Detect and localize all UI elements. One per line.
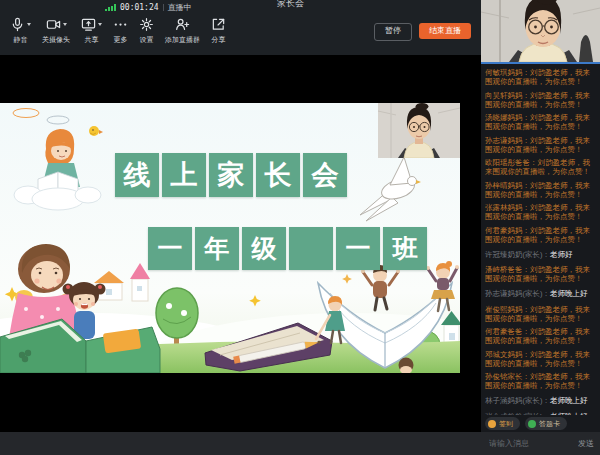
chevron-down-icon — [98, 23, 102, 26]
chat-message: 何君豪妈妈：刘韵盈老师，我来围观你的直播啦，为你点赞！ — [485, 226, 597, 244]
chevron-down-icon — [27, 23, 31, 26]
camera-icon — [46, 17, 67, 32]
title-tile-empty — [289, 227, 333, 270]
chat-message: 孙志谦妈妈(家长)：老师晚上好 — [485, 289, 597, 298]
toolbar-right: 暂停 结束直播 — [374, 13, 471, 55]
signal-bars-icon — [105, 3, 116, 11]
sign-in-button[interactable]: 签到 — [485, 417, 520, 430]
chat-text: 老师好 — [550, 250, 573, 259]
chat-sender: 何敏琪妈妈： — [485, 68, 530, 77]
chat-sender: 许冠臻奶奶(家长)： — [485, 250, 550, 259]
tool-button-more-dots[interactable]: 更多 — [113, 13, 128, 55]
title-tile: 线 — [115, 153, 159, 197]
chat-message: 林子涵妈妈(家长)：老师晚上好 — [485, 396, 597, 405]
share-icon — [211, 17, 226, 32]
answer-card-icon — [528, 420, 536, 428]
title-tile: 上 — [162, 153, 206, 197]
chat-sender: 何君豪爸爸： — [485, 327, 530, 336]
gear-icon — [139, 17, 154, 32]
chat-sender: 孙俊铭家长： — [485, 372, 530, 381]
chat-message: 汤晓娜妈妈：刘韵盈老师，我来围观你的直播啦，为你点赞！ — [485, 113, 597, 131]
chat-quick-actions: 签到 答题卡 — [481, 415, 600, 432]
chat-message: 邓城文妈妈：刘韵盈老师，我来围观你的直播啦，为你点赞！ — [485, 350, 597, 368]
title-tile: 一 — [148, 227, 192, 270]
chat-sender: 孙志谦妈妈： — [485, 136, 530, 145]
tool-button-screen-share[interactable]: 共享 — [81, 13, 102, 55]
title-tile: 家 — [209, 153, 253, 197]
stream-timer: 00:01:24 — [120, 3, 159, 12]
add-group-icon — [175, 17, 190, 32]
tool-button-label: 共享 — [85, 35, 99, 45]
title-tile: 年 — [195, 227, 239, 270]
end-live-button[interactable]: 结束直播 — [419, 23, 471, 39]
tool-button-label: 分享 — [212, 35, 226, 45]
slide: 线上家长会 一年级一班 — [0, 103, 460, 373]
chat-sender: 何君豪妈妈： — [485, 226, 530, 235]
tool-button-label: 关摄像头 — [42, 35, 70, 45]
chat-sender: 汤晓娜妈妈： — [485, 113, 530, 122]
chat-sender: 邓城文妈妈： — [485, 350, 530, 359]
chat-message: 许冠臻奶奶(家长)：老师好 — [485, 250, 597, 259]
teacher-camera-preview[interactable] — [378, 103, 460, 158]
chat-message: 孙俊铭家长：刘韵盈老师，我来围观你的直播啦，为你点赞！ — [485, 372, 597, 390]
chat-text: 老师晚上好 — [550, 396, 588, 405]
main-area: 00:01:24 直播中 家长会 静音关摄像头共享更多设置添加直播群分享 暂停 … — [0, 0, 481, 432]
divider — [163, 4, 164, 11]
camera-divider-line — [481, 62, 600, 64]
title-tile: 班 — [383, 227, 427, 270]
chat-message: 潘峙桥爸爸：刘韵盈老师，我来围观你的直播啦，为你点赞！ — [485, 265, 597, 283]
tool-button-camera[interactable]: 关摄像头 — [42, 13, 70, 55]
tool-button-share[interactable]: 分享 — [211, 13, 226, 55]
chat-message: 何君豪爸爸：刘韵盈老师，我来围观你的直播啦，为你点赞！ — [485, 327, 597, 345]
teacher-video-large — [481, 0, 600, 62]
chevron-down-icon — [63, 23, 67, 26]
chat-message: 孙梓晴妈妈：刘韵盈老师，我来围观你的直播啦，为你点赞！ — [485, 181, 597, 199]
tool-button-label: 添加直播群 — [165, 35, 200, 45]
title-tile: 长 — [256, 153, 300, 197]
tool-button-label: 设置 — [140, 35, 154, 45]
teacher-video-small — [378, 103, 460, 158]
slide-title: 线上家长会 — [115, 153, 347, 197]
tool-button-label: 静音 — [14, 35, 28, 45]
sign-in-icon — [488, 420, 496, 428]
chat-message: 张露林妈妈：刘韵盈老师，我来围观你的直播啦，为你点赞！ — [485, 203, 597, 221]
chat-sender: 欧阳瑶彤爸爸： — [485, 158, 538, 167]
chat-message: 向昊轩妈妈：刘韵盈老师，我来围观你的直播啦，为你点赞！ — [485, 91, 597, 109]
toolbar: 00:01:24 直播中 家长会 静音关摄像头共享更多设置添加直播群分享 暂停 … — [0, 0, 481, 55]
chat-message: 何敏琪妈妈：刘韵盈老师，我来围观你的直播啦，为你点赞！ — [485, 68, 597, 86]
title-tile: 会 — [303, 153, 347, 197]
chat-message: 崔俊熙妈妈：刘韵盈老师，我来围观你的直播啦，为你点赞！ — [485, 305, 597, 323]
tool-button-label: 更多 — [114, 35, 128, 45]
chat-message: 孙志谦妈妈：刘韵盈老师，我来围观你的直播啦，为你点赞！ — [485, 136, 597, 154]
message-input[interactable] — [487, 438, 574, 449]
chat-message: 欧阳瑶彤爸爸：刘韵盈老师，我来围观你的直播啦，为你点赞！ — [485, 158, 597, 176]
tool-button-add-group[interactable]: 添加直播群 — [165, 13, 200, 55]
teacher-camera-main[interactable] — [481, 0, 600, 62]
send-button[interactable]: 发送 — [578, 438, 594, 449]
chat-sender: 孙梓晴妈妈： — [485, 181, 530, 190]
right-panel: 何敏琪妈妈：刘韵盈老师，我来围观你的直播啦，为你点赞！向昊轩妈妈：刘韵盈老师，我… — [481, 0, 600, 432]
chat-message-list[interactable]: 何敏琪妈妈：刘韵盈老师，我来围观你的直播啦，为你点赞！向昊轩妈妈：刘韵盈老师，我… — [481, 66, 600, 416]
answer-card-button[interactable]: 答题卡 — [525, 417, 567, 430]
chat-sender: 孙志谦妈妈(家长)： — [485, 289, 550, 298]
live-status-bar: 00:01:24 直播中 — [105, 2, 192, 12]
title-tile: 一 — [336, 227, 380, 270]
presentation-stage: 线上家长会 一年级一班 — [0, 55, 481, 432]
tool-button-microphone[interactable]: 静音 — [10, 13, 31, 55]
chat-sender: 张露林妈妈： — [485, 203, 530, 212]
tool-row: 静音关摄像头共享更多设置添加直播群分享 暂停 结束直播 — [10, 13, 471, 55]
chat-text: 老师晚上好 — [550, 289, 588, 298]
tool-buttons: 静音关摄像头共享更多设置添加直播群分享 — [10, 13, 226, 55]
chat-sender: 向昊轩妈妈： — [485, 91, 530, 100]
footer-bar: 发送 — [0, 432, 600, 455]
message-input-row: 发送 — [481, 432, 600, 455]
more-dots-icon — [113, 17, 128, 32]
live-status-label: 直播中 — [168, 2, 192, 13]
tool-button-gear[interactable]: 设置 — [139, 13, 154, 55]
live-stream-app: 00:01:24 直播中 家长会 静音关摄像头共享更多设置添加直播群分享 暂停 … — [0, 0, 600, 455]
title-tile: 级 — [242, 227, 286, 270]
pause-button[interactable]: 暂停 — [374, 23, 412, 41]
room-title: 家长会 — [277, 0, 304, 10]
microphone-icon — [10, 17, 31, 32]
slide-subtitle: 一年级一班 — [148, 227, 427, 270]
